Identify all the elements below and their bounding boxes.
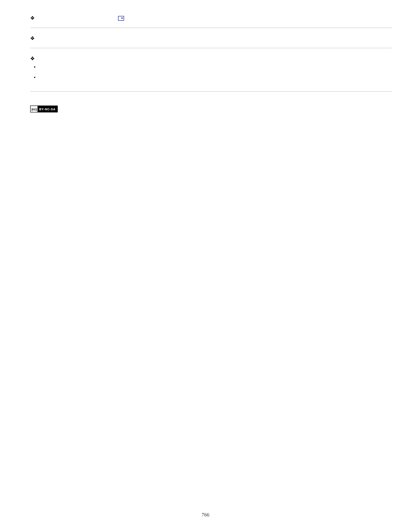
spacer <box>36 18 118 19</box>
diamond-bullet-icon: ❖ <box>30 56 36 61</box>
section-2-row: ❖ <box>30 36 392 41</box>
cc-license-badge: (cc) BY-NC-SA <box>30 106 58 112</box>
cc-logo-icon: (cc) <box>31 106 37 112</box>
video-icon <box>118 16 124 21</box>
list-item <box>40 64 392 71</box>
cc-license-terms: BY-NC-SA <box>37 106 57 112</box>
document-page: ❖ ❖ ❖ (cc) BY-NC-SA 766 <box>0 0 411 532</box>
list-item <box>40 74 392 81</box>
section-3-sublist <box>30 64 392 81</box>
diamond-bullet-icon: ❖ <box>30 36 36 41</box>
page-number: 766 <box>0 512 411 518</box>
section-3: ❖ <box>30 56 392 92</box>
diamond-bullet-icon: ❖ <box>30 16 36 21</box>
section-3-row: ❖ <box>30 56 392 61</box>
section-2: ❖ <box>30 36 392 48</box>
section-1-row: ❖ <box>30 16 392 21</box>
section-1: ❖ <box>30 16 392 28</box>
cc-badge-inner: (cc) BY-NC-SA <box>31 106 57 112</box>
